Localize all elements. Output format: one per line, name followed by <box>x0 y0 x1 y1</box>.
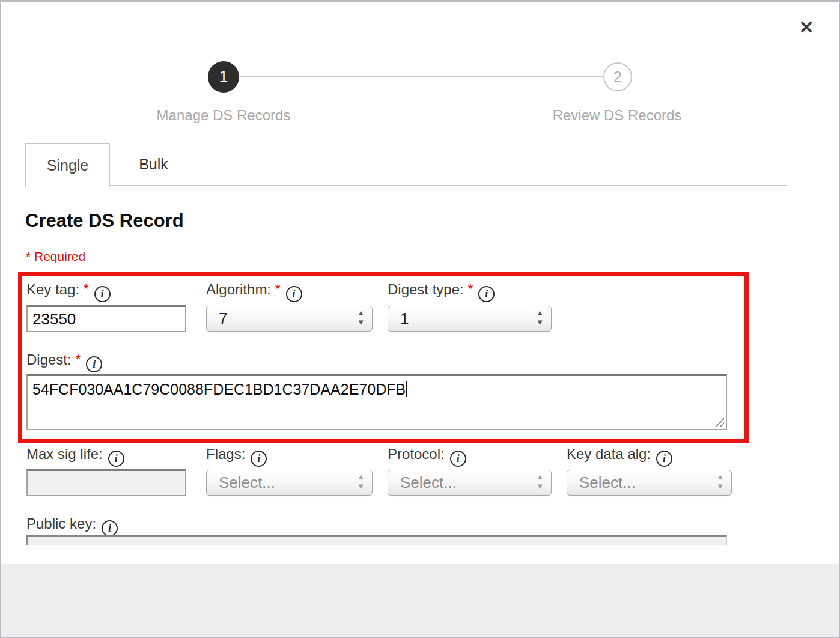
tab-single[interactable]: Single <box>25 143 110 187</box>
info-icon[interactable]: i <box>251 451 267 467</box>
key-data-alg-label-text: Key data alg: <box>567 446 651 462</box>
info-icon[interactable]: i <box>102 520 118 536</box>
flags-select-value: Select... <box>219 473 275 491</box>
info-icon[interactable]: i <box>94 286 111 302</box>
algorithm-select[interactable]: 7 ▲▼ <box>206 306 373 332</box>
key-tag-label: Key tag:*i <box>26 281 111 302</box>
protocol-select[interactable]: Select... ▲▼ <box>388 470 552 496</box>
protocol-select-value: Select... <box>400 473 457 491</box>
dialog-footer: Cancel Back Next <box>1 564 839 637</box>
max-sig-life-input[interactable] <box>26 469 186 496</box>
info-icon[interactable]: i <box>478 286 495 302</box>
algorithm-label-text: Algorithm: <box>206 281 271 297</box>
digest-textarea[interactable]: 54FCF030AA1C79C0088FDEC1BD1C37DAA2E70DFB <box>26 374 727 430</box>
info-icon[interactable]: i <box>86 356 102 372</box>
spinner-arrows-icon: ▲▼ <box>716 473 724 492</box>
step-2-label: Review DS Records <box>527 107 707 124</box>
digest-type-label: Digest type:*i <box>388 281 495 302</box>
spinner-arrows-icon: ▲▼ <box>357 473 365 492</box>
spinner-arrows-icon: ▲▼ <box>536 473 544 492</box>
step-2-circle: 2 <box>603 62 632 91</box>
spinner-arrows-icon: ▲▼ <box>536 309 544 328</box>
algorithm-select-value: 7 <box>219 309 227 327</box>
public-key-label-text: Public key: <box>26 515 96 532</box>
info-icon[interactable]: i <box>108 451 124 467</box>
key-tag-input[interactable]: 23550 <box>26 305 186 332</box>
page-title: Create DS Record <box>25 210 184 232</box>
required-asterisk: * <box>84 281 89 296</box>
digest-type-select[interactable]: 1 ▲▼ <box>388 306 552 332</box>
close-icon[interactable]: ✕ <box>794 16 818 40</box>
digest-label: Digest:*i <box>26 351 102 372</box>
info-icon[interactable]: i <box>656 451 672 467</box>
digest-type-label-text: Digest type: <box>388 281 464 297</box>
digest-label-text: Digest: <box>26 351 72 368</box>
protocol-label-text: Protocol: <box>388 446 445 462</box>
key-data-alg-label: Key data alg:i <box>567 446 672 467</box>
digest-type-select-value: 1 <box>400 309 409 327</box>
info-icon[interactable]: i <box>450 451 466 467</box>
step-1-circle: 1 <box>208 61 239 93</box>
resize-handle[interactable] <box>714 417 724 427</box>
flags-label-text: Flags: <box>206 446 245 462</box>
required-asterisk: * <box>76 351 81 366</box>
required-asterisk: * <box>275 281 281 296</box>
spinner-arrows-icon: ▲▼ <box>357 309 365 328</box>
protocol-label: Protocol:i <box>388 446 466 467</box>
stepper-connector <box>239 76 604 77</box>
flags-label: Flags:i <box>206 446 267 467</box>
public-key-label: Public key:i <box>26 515 118 536</box>
required-note: * Required <box>26 249 85 264</box>
text-caret <box>406 381 407 397</box>
tab-bulk[interactable]: Bulk <box>111 143 196 187</box>
create-ds-record-dialog: ✕ 1 2 Manage DS Records Review DS Record… <box>0 0 840 638</box>
flags-select[interactable]: Select... ▲▼ <box>206 470 373 496</box>
max-sig-life-label: Max sig life:i <box>26 446 124 467</box>
required-asterisk: * <box>468 281 473 296</box>
step-1-label: Manage DS Records <box>133 107 314 124</box>
key-tag-label-text: Key tag: <box>26 281 79 297</box>
key-data-alg-select-value: Select... <box>579 473 636 491</box>
algorithm-label: Algorithm:*i <box>206 281 302 302</box>
digest-value: 54FCF030AA1C79C0088FDEC1BD1C37DAA2E70DFB <box>32 381 406 398</box>
key-data-alg-select[interactable]: Select... ▲▼ <box>567 470 732 496</box>
info-icon[interactable]: i <box>286 286 302 302</box>
public-key-textarea[interactable] <box>26 535 727 545</box>
max-sig-life-label-text: Max sig life: <box>26 446 103 462</box>
